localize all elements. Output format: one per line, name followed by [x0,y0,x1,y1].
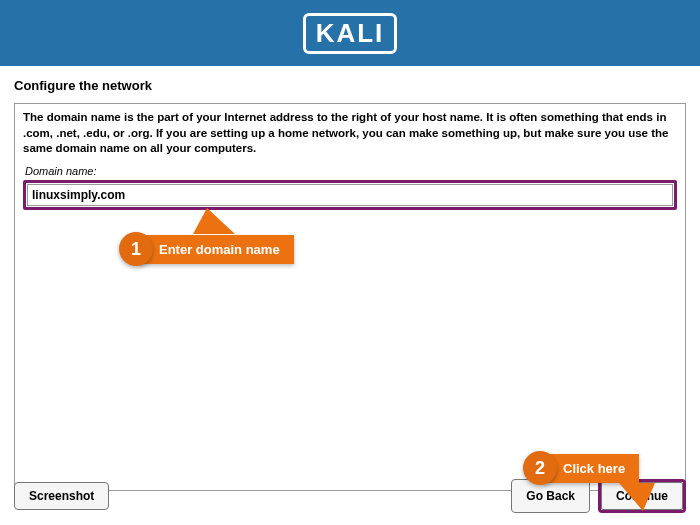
callout-number-1: 1 [119,232,153,266]
callout-number-2: 2 [523,451,557,485]
callout-label-1: Enter domain name [139,235,294,264]
domain-name-label: Domain name: [23,159,677,180]
annotation-callout-1: 1 Enter domain name [119,232,294,266]
screenshot-button[interactable]: Screenshot [14,482,109,510]
logo-text: KALI [316,18,385,49]
domain-input-highlight [23,180,677,210]
callout-tail-icon [193,208,235,234]
callout-label-2: Click here [543,454,639,483]
kali-logo: KALI [303,13,398,54]
callout-tail-icon [619,483,655,511]
description-text: The domain name is the part of your Inte… [23,108,677,159]
main-panel: The domain name is the part of your Inte… [14,103,686,491]
page-title: Configure the network [0,66,700,103]
header-banner: KALI [0,0,700,66]
domain-name-input[interactable] [27,184,673,206]
annotation-callout-2: 2 Click here [523,451,639,485]
